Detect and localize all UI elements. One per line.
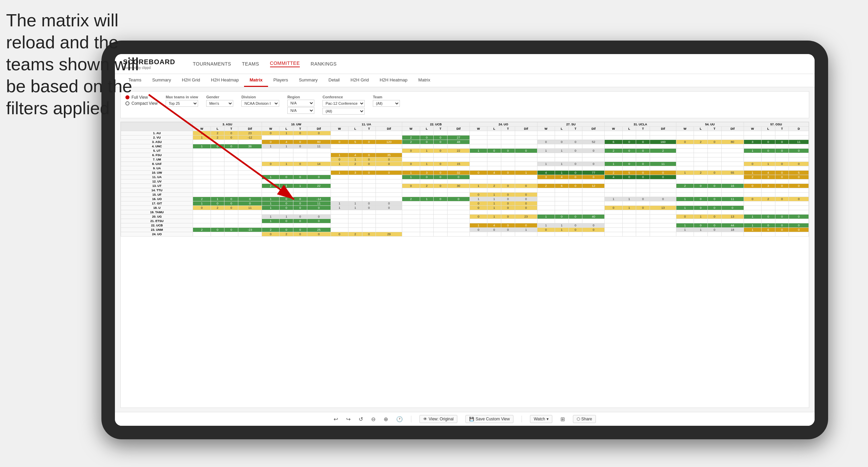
matrix-cell: 3 (348, 171, 362, 175)
matrix-cell-empty (293, 188, 307, 193)
matrix-cell: 0 (721, 206, 744, 210)
matrix-cell-empty (582, 210, 605, 215)
matrix-cell-empty (622, 219, 636, 223)
matrix-cell-empty (555, 144, 569, 149)
nav-item-rankings[interactable]: RANKINGS (311, 61, 337, 67)
region-select[interactable]: N/A East West (287, 100, 314, 106)
matrix-cell-empty (402, 201, 420, 206)
matrix-cell-empty (331, 188, 348, 193)
matrix-cell-empty (193, 149, 211, 153)
osu-t: T (775, 127, 789, 131)
undo-icon[interactable]: ↩ (334, 416, 338, 422)
share-button[interactable]: ⬡ Share (573, 415, 596, 423)
matrix-area[interactable]: 3. ASU 10. UW 11. UA 22. UCB 24. UO 27. … (120, 122, 809, 408)
matrix-cell-empty (331, 197, 348, 201)
col-ucla: 31. UCLA (605, 122, 676, 127)
matrix-cell: 0 (515, 149, 537, 153)
matrix-cell: 0 (420, 136, 434, 140)
matrix-cell-empty (622, 144, 636, 149)
matrix-cell-empty (238, 219, 262, 223)
zoom-out-icon[interactable]: ⊖ (371, 416, 376, 422)
subnav-h2hgrid1[interactable]: H2H Grid (176, 74, 206, 87)
matrix-cell-empty (238, 149, 262, 153)
matrix-cell: 0 (707, 140, 721, 144)
matrix-cell-empty (280, 179, 293, 184)
matrix-cell: 0 (694, 184, 708, 188)
team-select[interactable]: (All) (373, 100, 400, 107)
matrix-cell-empty (707, 162, 721, 166)
matrix-cell: 1 (605, 162, 622, 166)
matrix-cell-empty (420, 166, 434, 171)
matrix-cell: 0 (362, 232, 376, 237)
region-select2[interactable]: N/A (287, 107, 314, 114)
matrix-cell-empty (348, 175, 362, 179)
view-original-button[interactable]: 👁 View: Original (419, 415, 457, 423)
row-label: 10. UW (121, 171, 193, 175)
matrix-cell: 0 (775, 223, 789, 228)
nav-item-teams[interactable]: TEAMS (242, 61, 259, 67)
save-icon: 💾 (469, 417, 474, 421)
subnav-players[interactable]: Players (268, 74, 293, 87)
subnav-detail[interactable]: Detail (323, 74, 345, 87)
save-custom-label: Save Custom View (476, 417, 510, 421)
matrix-cell-empty (331, 223, 348, 228)
matrix-cell: 0 (636, 175, 650, 179)
redo-icon[interactable]: ↪ (346, 416, 351, 422)
ua-l: L (348, 127, 362, 131)
matrix-cell-empty (487, 144, 501, 149)
matrix-cell: 1 (555, 149, 569, 153)
nav-item-committee[interactable]: COMMITTEE (270, 60, 300, 67)
subnav-h2hgrid2[interactable]: H2H Grid (345, 74, 374, 87)
grid-icon[interactable]: ⊞ (560, 416, 565, 422)
matrix-cell-empty (775, 210, 789, 215)
subnav-matrix2[interactable]: Matrix (413, 74, 436, 87)
matrix-cell: 0 (569, 175, 582, 179)
matrix-cell-empty (744, 232, 761, 237)
zoom-in-icon[interactable]: ⊕ (384, 416, 388, 422)
matrix-cell-empty (434, 223, 448, 228)
matrix-cell-empty (721, 157, 744, 162)
matrix-cell-empty (487, 179, 501, 184)
nav-item-tournaments[interactable]: TOURNAMENTS (193, 61, 231, 67)
matrix-cell: 1 (348, 206, 362, 210)
matrix-cell-empty (622, 223, 636, 228)
matrix-cell-empty (447, 215, 469, 219)
subnav-h2hheatmap1[interactable]: H2H Heatmap (206, 74, 244, 87)
division-select[interactable]: NCAA Division I NCAA Division II (241, 100, 279, 107)
matrix-cell-empty (262, 193, 280, 197)
matrix-cell-empty (582, 179, 605, 184)
subnav-summary1[interactable]: Summary (147, 74, 176, 87)
clock-icon[interactable]: 🕐 (396, 416, 403, 422)
matrix-cell: 2 (761, 197, 775, 201)
save-custom-button[interactable]: 💾 Save Custom View (465, 415, 513, 423)
matrix-cell-empty (676, 175, 694, 179)
matrix-cell: 0 (376, 157, 402, 162)
watch-button[interactable]: Watch ▾ (530, 415, 552, 423)
subnav-matrix1[interactable]: Matrix (244, 74, 268, 87)
matrix-cell: 0 (761, 149, 775, 153)
conference-select[interactable]: Pac-12 Conference (All) (322, 100, 365, 107)
subnav-h2hheatmap2[interactable]: H2H Heatmap (374, 74, 413, 87)
refresh-icon[interactable]: ↺ (359, 416, 363, 422)
conference-select2[interactable]: (All) (322, 108, 365, 115)
max-teams-select[interactable]: Top 25 Top 50 All (166, 100, 198, 107)
matrix-cell-empty (721, 232, 744, 237)
matrix-cell-empty (280, 223, 293, 228)
matrix-cell: 0 (515, 184, 537, 188)
matrix-cell-empty (307, 193, 331, 197)
top-nav: SCOREBOARD Powered by clippd TOURNAMENTS… (115, 54, 815, 74)
gender-select[interactable]: Men's Women's (206, 100, 233, 107)
matrix-cell-empty (622, 157, 636, 162)
matrix-cell-empty (582, 206, 605, 210)
matrix-cell-empty (487, 188, 501, 193)
matrix-cell-empty (224, 162, 238, 166)
matrix-cell-empty (761, 179, 775, 184)
matrix-cell: 2 (676, 184, 694, 188)
subnav-summary2[interactable]: Summary (293, 74, 323, 87)
matrix-cell: 0 (238, 197, 262, 201)
matrix-cell: 0 (775, 140, 789, 144)
matrix-cell-empty (676, 162, 694, 166)
matrix-cell-empty (721, 193, 744, 197)
matrix-cell: -23 (238, 228, 262, 232)
matrix-cell-empty (721, 131, 744, 136)
